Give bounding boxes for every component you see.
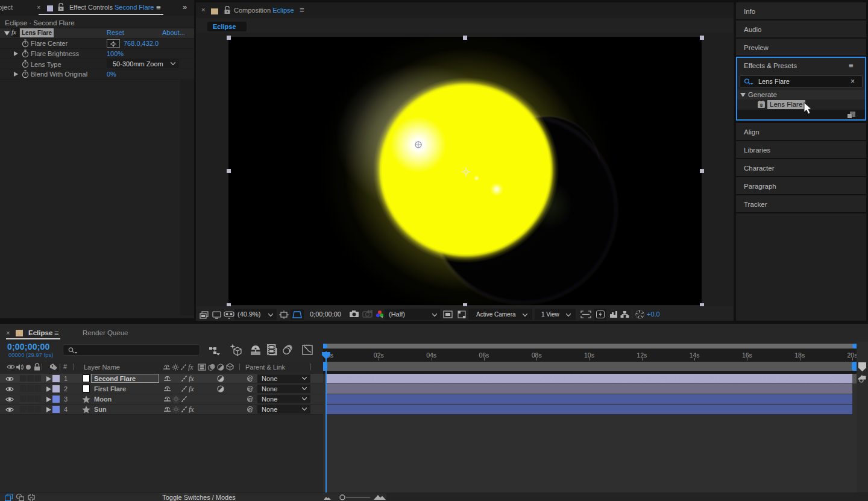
svg-text:fx: fx: [189, 406, 194, 413]
svg-text:8: 8: [760, 102, 763, 108]
svg-text:fx: fx: [188, 364, 193, 371]
svg-text:fx: fx: [189, 375, 194, 382]
svg-text:fx: fx: [189, 385, 194, 392]
